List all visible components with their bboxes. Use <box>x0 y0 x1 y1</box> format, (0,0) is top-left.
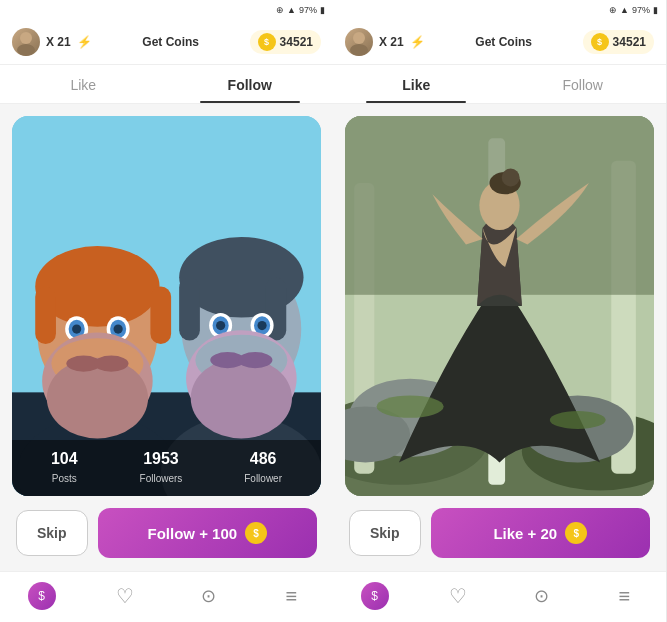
avatar-2 <box>345 28 373 56</box>
action-row: Skip Follow + 100 $ <box>12 508 321 558</box>
svg-point-29 <box>216 321 225 330</box>
user-level: X 21 <box>46 35 71 49</box>
svg-point-0 <box>20 32 32 44</box>
nav-heart-2[interactable]: ♡ <box>416 582 499 610</box>
svg-point-39 <box>350 44 368 56</box>
profile-nav-icon: ⊙ <box>201 585 216 607</box>
status-bar-2: ⊕ ▲ 97% ▮ <box>333 0 666 20</box>
stat-followers: 1953 Followers <box>140 450 183 486</box>
header: X 21 ⚡ Get Coins $ 34521 <box>0 20 333 65</box>
action-row-2: Skip Like + 20 $ <box>345 508 654 558</box>
tab-like-2[interactable]: Like <box>333 65 500 103</box>
header-left: X 21 ⚡ <box>12 28 92 56</box>
card-image: 104 Posts 1953 Followers 486 Follower <box>12 116 321 496</box>
stat-following: 486 Follower <box>244 450 282 486</box>
following-number: 486 <box>244 450 282 468</box>
nav-coins-2[interactable]: $ <box>333 582 416 610</box>
svg-point-12 <box>72 324 81 333</box>
forest-card <box>345 116 654 496</box>
battery-text-2: 97% <box>632 5 650 15</box>
get-coins-button[interactable]: Get Coins <box>142 35 199 49</box>
coin-icon-2: $ <box>591 33 609 51</box>
skip-button[interactable]: Skip <box>16 510 88 556</box>
svg-point-15 <box>114 324 123 333</box>
main-content: 104 Posts 1953 Followers 486 Follower Sk… <box>0 104 333 571</box>
nav-profile[interactable]: ⊙ <box>167 582 250 610</box>
battery-text: 97% <box>299 5 317 15</box>
skip-button-2[interactable]: Skip <box>349 510 421 556</box>
header-left-2: X 21 ⚡ <box>345 28 425 56</box>
profile-nav-icon-2: ⊙ <box>534 585 549 607</box>
nav-menu-2[interactable]: ≡ <box>583 582 666 610</box>
status-bar: ⊕ ▲ 97% ▮ <box>0 0 333 20</box>
following-label: Follower <box>244 473 282 484</box>
svg-point-38 <box>353 32 365 44</box>
location-icon: ⊕ <box>276 5 284 15</box>
user-level-2: X 21 <box>379 35 404 49</box>
profile-card: 104 Posts 1953 Followers 486 Follower <box>12 116 321 496</box>
coins-badge: $ 34521 <box>250 30 321 54</box>
like-button[interactable]: Like + 20 $ <box>431 508 650 558</box>
heart-nav-icon: ♡ <box>116 584 134 608</box>
follow-screen: ⊕ ▲ 97% ▮ X 21 ⚡ Get Coins $ 34521 Like <box>0 0 333 622</box>
battery-icon-2: ▮ <box>653 5 658 15</box>
signal-icon: ▲ <box>287 5 296 15</box>
menu-nav-icon: ≡ <box>286 585 298 608</box>
posts-number: 104 <box>51 450 78 468</box>
action-coin-icon: $ <box>245 522 267 544</box>
svg-rect-9 <box>150 286 171 344</box>
posts-label: Posts <box>52 473 77 484</box>
nav-heart[interactable]: ♡ <box>83 582 166 610</box>
heart-nav-icon-2: ♡ <box>449 584 467 608</box>
coin-icon: $ <box>258 33 276 51</box>
nav-menu[interactable]: ≡ <box>250 582 333 610</box>
header-2: X 21 ⚡ Get Coins $ 34521 <box>333 20 666 65</box>
coin-nav-icon: $ <box>28 582 56 610</box>
nav-coins[interactable]: $ <box>0 582 83 610</box>
svg-rect-8 <box>35 286 56 344</box>
svg-point-32 <box>257 321 266 330</box>
coin-amount: 34521 <box>280 35 313 49</box>
tab-bar-2: Like Follow <box>333 65 666 104</box>
status-icons: ⊕ ▲ 97% ▮ <box>276 5 325 15</box>
battery-icon: ▮ <box>320 5 325 15</box>
location-icon-2: ⊕ <box>609 5 617 15</box>
tab-follow-2[interactable]: Follow <box>500 65 667 103</box>
bottom-nav: $ ♡ ⊙ ≡ <box>0 571 333 622</box>
followers-label: Followers <box>140 473 183 484</box>
svg-rect-56 <box>345 116 654 496</box>
tab-bar: Like Follow <box>0 65 333 104</box>
nav-profile-2[interactable]: ⊙ <box>500 582 583 610</box>
signal-icon-2: ▲ <box>620 5 629 15</box>
coin-amount-2: 34521 <box>613 35 646 49</box>
menu-nav-icon-2: ≡ <box>619 585 631 608</box>
follow-button[interactable]: Follow + 100 $ <box>98 508 317 558</box>
svg-point-18 <box>47 358 148 439</box>
like-button-label: Like + 20 <box>493 525 557 542</box>
svg-rect-25 <box>179 277 200 340</box>
svg-point-1 <box>17 44 35 56</box>
tab-follow[interactable]: Follow <box>167 65 334 103</box>
stat-posts: 104 Posts <box>51 450 78 486</box>
stats-overlay: 104 Posts 1953 Followers 486 Follower <box>12 440 321 496</box>
svg-point-20 <box>94 356 129 372</box>
bottom-nav-2: $ ♡ ⊙ ≡ <box>333 571 666 622</box>
bolt-icon-2: ⚡ <box>410 35 425 49</box>
follow-button-label: Follow + 100 <box>147 525 237 542</box>
coins-badge-2: $ 34521 <box>583 30 654 54</box>
status-icons-2: ⊕ ▲ 97% ▮ <box>609 5 658 15</box>
svg-point-37 <box>238 352 273 368</box>
svg-point-35 <box>191 358 292 439</box>
bolt-icon: ⚡ <box>77 35 92 49</box>
coin-nav-icon-2: $ <box>361 582 389 610</box>
get-coins-button-2[interactable]: Get Coins <box>475 35 532 49</box>
tab-like[interactable]: Like <box>0 65 167 103</box>
action-coin-icon-2: $ <box>565 522 587 544</box>
like-screen: ⊕ ▲ 97% ▮ X 21 ⚡ Get Coins $ 34521 Like <box>333 0 666 622</box>
followers-number: 1953 <box>140 450 183 468</box>
avatar <box>12 28 40 56</box>
main-content-2: Skip Like + 20 $ <box>333 104 666 571</box>
forest-image <box>345 116 654 496</box>
